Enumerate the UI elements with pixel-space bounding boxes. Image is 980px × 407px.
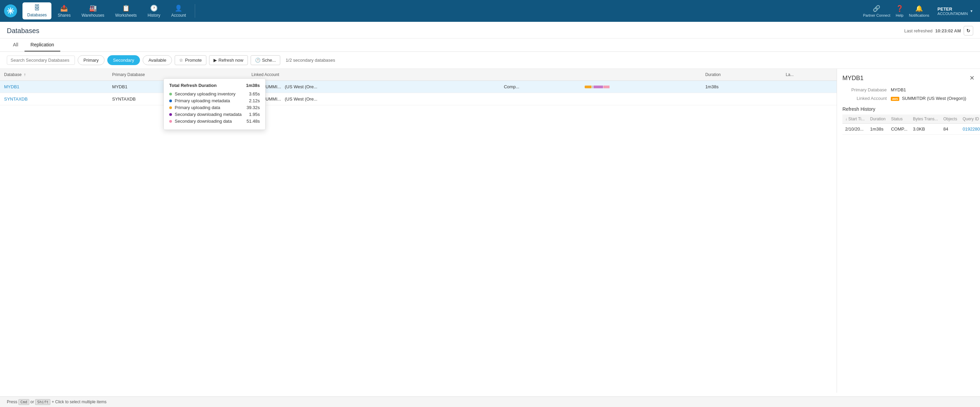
- table-row[interactable]: MYDB1 MYDB1 aws SUMMI... (US West (Ore..…: [0, 81, 837, 93]
- rh-col-objects: Objects: [940, 115, 960, 124]
- table-panel: Database ↑ Primary Database Linked Accou…: [0, 69, 837, 393]
- nav-item-warehouses[interactable]: 🏭 Warehouses: [76, 2, 109, 20]
- col-primary-database-label: Primary Database: [112, 72, 145, 77]
- detail-label-linked-account: Linked Account: [842, 96, 887, 101]
- rh-status: COMP...: [888, 124, 910, 135]
- user-chevron-icon: ▼: [970, 9, 973, 13]
- user-area[interactable]: PETER ACCOUNTADMIN ▼: [935, 5, 976, 17]
- count-label: 1/2 secondary databases: [286, 57, 335, 63]
- nav-label-history: History: [148, 13, 160, 18]
- partner-connect-icon: 🔗: [873, 5, 880, 12]
- db-link-syntaxdb[interactable]: SYNTAXDB: [4, 96, 28, 102]
- help-nav[interactable]: ❓ Help: [896, 5, 904, 18]
- bar-seg-4: [603, 86, 609, 88]
- warehouses-icon: 🏭: [89, 5, 97, 12]
- nav-item-shares[interactable]: 📤 Shares: [53, 2, 75, 20]
- cell-progress: [581, 93, 701, 105]
- databases-icon: 🗄: [34, 5, 40, 11]
- col-primary-database: Primary Database: [108, 69, 247, 81]
- detail-value-primary-db: MYDB1: [891, 87, 906, 93]
- cell-status: [500, 93, 581, 105]
- filter-bar: Primary Secondary Available ☆ Promote ▶ …: [0, 52, 980, 69]
- progress-bar: [585, 86, 612, 88]
- promote-icon: ☆: [179, 57, 183, 63]
- query-link[interactable]: 0192280...: [963, 126, 980, 132]
- history-icon: 🕐: [150, 5, 158, 12]
- detail-panel: MYDB1 ✕ Primary Database MYDB1 Linked Ac…: [837, 69, 980, 393]
- refresh-history-header: ↓ Start Ti... Duration Status Bytes Tran…: [842, 115, 980, 124]
- db-link-mydb1[interactable]: MYDB1: [4, 84, 19, 89]
- query-id-value: 0192280...: [963, 126, 980, 132]
- aws-badge: aws: [251, 85, 260, 89]
- promote-button[interactable]: ☆ Promote: [175, 55, 206, 65]
- bar-seg-3: [593, 86, 603, 88]
- notifications-nav[interactable]: 🔔 Notifications: [909, 5, 929, 18]
- worksheets-icon: 📋: [122, 5, 130, 12]
- sort-arrow-icon: ↑: [24, 72, 26, 77]
- user-name: PETER: [937, 6, 968, 11]
- account-icon: 👤: [175, 5, 182, 12]
- tooltip-val-5: 51.48s: [246, 119, 260, 124]
- nav-label-account: Account: [171, 13, 186, 18]
- nav-item-account[interactable]: 👤 Account: [167, 2, 191, 20]
- rh-bytes: 3.0KB: [910, 124, 940, 135]
- snowflake-logo: [4, 5, 17, 18]
- tooltip-label-5: Secondary downloading data: [175, 119, 232, 124]
- tab-all-label: All: [13, 42, 18, 47]
- detail-value-linked-account: aws SUMMITDR (US West (Oregon)): [891, 96, 966, 101]
- partner-connect-nav[interactable]: 🔗 Partner Connect: [863, 5, 890, 18]
- search-input[interactable]: [7, 56, 75, 65]
- filter-secondary-label: Secondary: [113, 57, 134, 63]
- nav-items: 🗄 Databases 📤 Shares 🏭 Warehouses 📋 Work…: [22, 2, 863, 20]
- tab-replication[interactable]: Replication: [24, 38, 60, 51]
- table-row[interactable]: SYNTAXDB SYNTAXDB aws SUMMI... (US West …: [0, 93, 837, 105]
- tooltip-label-4: Secondary downloading metadata: [175, 112, 242, 117]
- cell-last: [782, 93, 837, 105]
- detail-title: MYDB1: [842, 75, 864, 82]
- filter-available[interactable]: Available: [143, 55, 172, 65]
- tooltip-item-5: Secondary downloading data 51.48s: [169, 119, 260, 124]
- rh-col-status-label: Status: [891, 117, 903, 121]
- nav-item-databases[interactable]: 🗄 Databases: [22, 2, 51, 19]
- detail-label-primary-db: Primary Database: [842, 87, 887, 93]
- help-label: Help: [896, 13, 904, 18]
- refresh-now-button[interactable]: ▶ Refresh now: [209, 55, 248, 65]
- promote-label: Promote: [185, 57, 202, 63]
- schedule-button[interactable]: 🕐 Sche...: [251, 55, 280, 65]
- rh-col-query-label: Query ID: [963, 117, 979, 121]
- rh-col-duration-label: Duration: [870, 117, 885, 121]
- nav-item-history[interactable]: 🕐 History: [143, 2, 165, 20]
- rh-col-query: Query ID: [960, 115, 980, 124]
- col-database[interactable]: Database ↑: [0, 69, 108, 81]
- filter-secondary[interactable]: Secondary: [107, 55, 140, 65]
- refresh-button[interactable]: ↻: [964, 26, 973, 35]
- tooltip-overlay: Total Refresh Duration 1m38s Secondary u…: [0, 69, 837, 393]
- close-detail-button[interactable]: ✕: [969, 74, 975, 82]
- tab-all[interactable]: All: [7, 38, 24, 51]
- filter-primary-label: Primary: [83, 57, 99, 63]
- col-duration: Duration: [701, 69, 781, 81]
- linked-account-value: SUMMITDR (US West (Oregon)): [902, 96, 966, 101]
- col-duration-label: Duration: [705, 72, 721, 77]
- shares-icon: 📤: [60, 5, 68, 12]
- col-status: [500, 69, 581, 81]
- nav-label-warehouses: Warehouses: [81, 13, 104, 18]
- nav-divider: [195, 4, 195, 18]
- detail-row-linked-account: Linked Account aws SUMMITDR (US West (Or…: [842, 96, 975, 101]
- nav-label-shares: Shares: [57, 13, 70, 18]
- rh-start-time: 2/10/20...: [842, 124, 867, 135]
- filter-primary[interactable]: Primary: [78, 55, 105, 65]
- rh-objects: 84: [940, 124, 960, 135]
- databases-table: Database ↑ Primary Database Linked Accou…: [0, 69, 837, 105]
- schedule-icon: 🕐: [255, 57, 261, 63]
- cell-status: Comp...: [500, 81, 581, 93]
- logo-area[interactable]: [4, 5, 17, 18]
- cell-last: [782, 81, 837, 93]
- help-icon: ❓: [896, 5, 904, 12]
- dot-icon-4: [169, 113, 172, 116]
- cell-database: SYNTAXDB: [0, 93, 108, 105]
- nav-item-worksheets[interactable]: 📋 Worksheets: [110, 2, 141, 20]
- cell-duration: 1m38s: [701, 81, 781, 93]
- col-last-label: La...: [786, 72, 794, 77]
- refresh-now-label: Refresh now: [219, 57, 243, 63]
